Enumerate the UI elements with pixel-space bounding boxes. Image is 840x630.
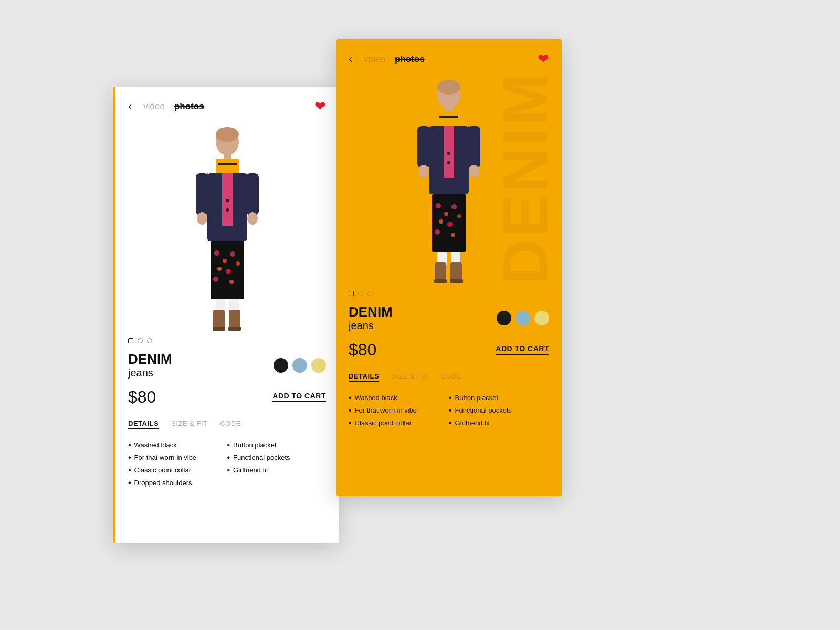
product-price-yellow: $80 xyxy=(349,340,376,360)
svg-point-51 xyxy=(451,233,455,237)
swatch-blue-yellow[interactable] xyxy=(516,311,530,326)
detail-item: For that worn-in vibe xyxy=(128,452,227,464)
svg-point-47 xyxy=(439,219,443,224)
dot-1[interactable] xyxy=(128,338,133,343)
back-button-yellow[interactable]: ‹ xyxy=(349,54,352,65)
product-info-row-yellow: DENIM jeans xyxy=(336,300,562,334)
video-tab-yellow[interactable]: video xyxy=(364,54,385,65)
add-to-cart-button-yellow[interactable]: ADD TO CART xyxy=(496,344,549,355)
details-col-right: Button placket Functional pockets Girlfr… xyxy=(227,439,327,489)
tab-size-fit-yellow[interactable]: SIZE & FIT xyxy=(392,372,428,382)
svg-point-44 xyxy=(436,203,441,208)
add-to-cart-button[interactable]: ADD TO CART xyxy=(272,392,326,402)
svg-rect-59 xyxy=(468,126,480,168)
favorite-button-yellow[interactable]: ❤ xyxy=(538,51,549,67)
detail-item: Dropped shoulders xyxy=(128,477,227,489)
svg-point-14 xyxy=(223,259,227,263)
card-white: ‹ video photos ❤ DENIM xyxy=(113,87,339,543)
details-content-yellow: Washed black For that worn-in vibe Class… xyxy=(336,386,562,429)
image-dots-yellow xyxy=(336,285,562,300)
detail-item: Button placket xyxy=(227,439,327,452)
tab-size-fit[interactable]: SIZE & FIT xyxy=(171,419,207,429)
dot-3[interactable] xyxy=(147,338,152,343)
details-col-right-yellow: Button placket Functional pockets Girlfr… xyxy=(449,392,549,429)
svg-rect-57 xyxy=(450,279,463,284)
product-image-yellow xyxy=(391,80,507,285)
detail-item: Girlfriend fit xyxy=(449,417,549,429)
product-image-area: DENIM xyxy=(116,122,339,332)
svg-point-10 xyxy=(226,199,229,202)
tab-details[interactable]: DETAILS xyxy=(128,419,159,429)
svg-rect-4 xyxy=(218,163,237,165)
detail-item: Button placket xyxy=(449,392,549,404)
back-button[interactable]: ‹ xyxy=(128,101,132,112)
svg-point-11 xyxy=(226,208,229,212)
svg-point-46 xyxy=(452,204,457,209)
svg-point-61 xyxy=(469,165,479,177)
svg-point-42 xyxy=(447,161,450,164)
color-swatches-yellow xyxy=(497,311,549,326)
svg-point-32 xyxy=(437,80,460,94)
product-tabs: DETAILS SIZE & FIT CODE xyxy=(116,414,339,434)
dot-2-yellow[interactable] xyxy=(358,291,363,296)
svg-point-30 xyxy=(247,212,258,225)
card-white-header: ‹ video photos ❤ xyxy=(116,87,339,122)
product-title: DENIM xyxy=(128,352,172,367)
tab-code[interactable]: CODE xyxy=(220,419,241,429)
product-title-yellow: DENIM xyxy=(349,304,393,320)
svg-point-13 xyxy=(214,250,219,256)
svg-rect-26 xyxy=(228,327,241,331)
dot-2[interactable] xyxy=(138,338,143,343)
photos-tab-yellow[interactable]: photos xyxy=(395,54,425,65)
svg-point-41 xyxy=(447,152,450,155)
color-swatches xyxy=(274,358,326,373)
svg-rect-34 xyxy=(437,111,460,127)
detail-item: Washed black xyxy=(128,439,227,452)
product-tabs-yellow: DETAILS SIZE & FIT CODE xyxy=(336,367,562,386)
image-dots xyxy=(116,332,339,348)
swatch-dark[interactable] xyxy=(274,358,288,373)
swatch-blue[interactable] xyxy=(292,358,307,373)
detail-item: For that worn-in vibe xyxy=(349,404,449,417)
product-image xyxy=(170,127,285,332)
svg-point-45 xyxy=(444,212,448,216)
product-subtitle: jeans xyxy=(128,367,172,379)
details-content: Washed black For that worn-in vibe Class… xyxy=(116,434,339,489)
tab-details-yellow[interactable]: DETAILS xyxy=(349,372,379,382)
svg-point-20 xyxy=(229,280,234,284)
product-name: DENIM jeans xyxy=(128,352,172,379)
svg-rect-58 xyxy=(417,126,430,168)
detail-item: Classic point collar xyxy=(128,464,227,477)
price-row: $80 ADD TO CART xyxy=(116,381,339,414)
detail-item: Functional pockets xyxy=(227,452,327,464)
details-col-left: Washed black For that worn-in vibe Class… xyxy=(128,439,227,489)
swatch-cream-yellow[interactable] xyxy=(534,311,549,326)
card-yellow-header: ‹ video photos ❤ xyxy=(336,39,562,75)
price-row-yellow: $80 ADD TO CART xyxy=(336,334,562,367)
tab-code-yellow[interactable]: CODE xyxy=(440,372,461,382)
scene: ‹ video photos ❤ DENIM xyxy=(0,0,840,630)
svg-rect-55 xyxy=(434,279,447,284)
video-tab[interactable]: video xyxy=(143,101,165,112)
detail-item: Girlfriend fit xyxy=(227,464,327,477)
svg-point-18 xyxy=(236,261,240,266)
dot-3-yellow[interactable] xyxy=(368,291,373,296)
product-image-area-yellow: DENIM xyxy=(336,75,562,285)
photos-tab[interactable]: photos xyxy=(174,101,204,112)
svg-rect-35 xyxy=(439,116,458,118)
swatch-cream[interactable] xyxy=(311,358,326,373)
svg-point-48 xyxy=(447,222,453,227)
svg-point-49 xyxy=(457,214,461,218)
svg-point-50 xyxy=(435,229,440,235)
details-col-left-yellow: Washed black For that worn-in vibe Class… xyxy=(349,392,449,429)
product-price: $80 xyxy=(128,387,156,407)
svg-point-19 xyxy=(213,277,218,282)
svg-rect-3 xyxy=(216,159,239,174)
svg-rect-27 xyxy=(196,173,208,215)
svg-point-29 xyxy=(197,212,207,225)
dot-1-yellow[interactable] xyxy=(349,291,354,296)
favorite-button[interactable]: ❤ xyxy=(314,98,326,114)
swatch-dark-yellow[interactable] xyxy=(497,311,511,326)
svg-point-1 xyxy=(216,127,239,142)
svg-point-17 xyxy=(226,269,231,274)
